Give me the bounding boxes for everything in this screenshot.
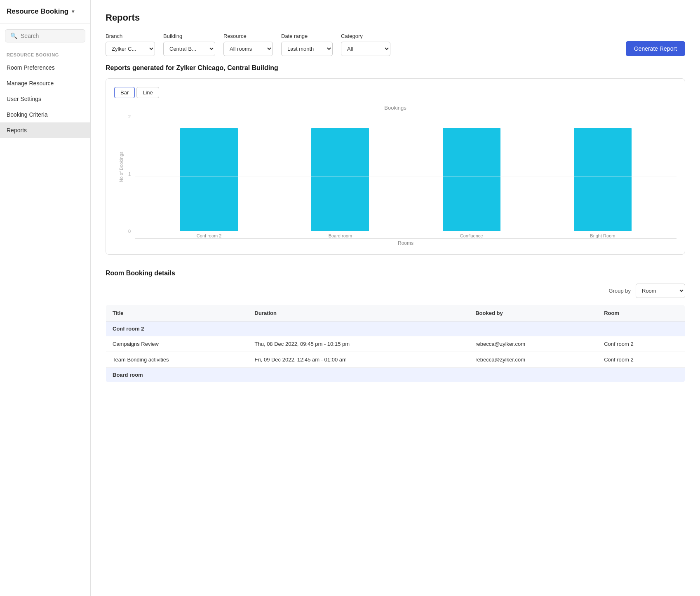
row-title: Campaigns Review	[106, 336, 248, 352]
col-title: Title	[106, 305, 248, 321]
group-row-booked-by	[469, 321, 597, 336]
booking-details-title: Room Booking details	[106, 270, 685, 277]
y-axis-label: No of Bookings	[119, 152, 124, 183]
bar-group-board-room: Board room	[311, 128, 369, 238]
resource-select[interactable]: All rooms	[223, 42, 273, 56]
group-row-room	[597, 321, 685, 336]
sidebar: Resource Booking ▾ 🔍 RESOURCE BOOKING Ro…	[0, 0, 91, 596]
chart-section-title: Reports generated for Zylker Chicago, Ce…	[106, 64, 685, 72]
date-range-label: Date range	[281, 33, 333, 39]
bar-bright-room	[574, 128, 632, 231]
row-duration: Thu, 08 Dec 2022, 09:45 pm - 10:15 pm	[248, 336, 469, 352]
search-container[interactable]: 🔍	[5, 29, 85, 42]
branch-select[interactable]: Zylker C...	[106, 42, 155, 56]
bar-confluence	[443, 128, 500, 231]
branch-filter: Branch Zylker C...	[106, 33, 155, 56]
bar-label-confluence: Confluence	[460, 233, 483, 238]
group-row-duration	[248, 321, 469, 336]
table-header-row: Title Duration Booked by Room	[106, 305, 685, 321]
chart-bars-area: Conf room 2 Board room Confluence Bright…	[135, 114, 677, 239]
chart-card: Bar Line Bookings No of Bookings 2 1 0	[106, 78, 685, 255]
building-label: Building	[163, 33, 215, 39]
sidebar-item-room-preferences[interactable]: Room Preferences	[0, 60, 90, 75]
bar-label-bright-room: Bright Room	[590, 233, 615, 238]
booking-table: Title Duration Booked by Room Conf room …	[106, 305, 685, 382]
sidebar-item-label: Manage Resource	[7, 80, 54, 87]
sidebar-item-label: Room Preferences	[7, 64, 55, 71]
search-icon: 🔍	[10, 33, 17, 39]
sidebar-item-manage-resource[interactable]: Manage Resource	[0, 75, 90, 91]
bar-label-conf-room-2: Conf room 2	[197, 233, 222, 238]
gridline-2	[135, 114, 677, 114]
building-filter: Building Central B...	[163, 33, 215, 56]
group-row-room	[597, 368, 685, 382]
y-tick-2: 2	[128, 114, 131, 119]
filters-row: Branch Zylker C... Building Central B...…	[106, 33, 685, 56]
gridline-1	[135, 176, 677, 176]
group-by-select[interactable]: Room	[636, 284, 685, 298]
row-duration: Fri, 09 Dec 2022, 12:45 am - 01:00 am	[248, 352, 469, 368]
building-select[interactable]: Central B...	[163, 42, 215, 56]
app-logo[interactable]: Resource Booking ▾	[0, 0, 90, 23]
y-tick-0: 0	[128, 229, 131, 234]
date-range-filter: Date range Last month	[281, 33, 333, 56]
bar-board-room	[311, 128, 369, 231]
group-by-row: Group by Room	[106, 284, 685, 298]
page-title: Reports	[106, 12, 685, 23]
search-input[interactable]	[21, 33, 80, 39]
group-row-label: Conf room 2	[106, 321, 248, 336]
branch-label: Branch	[106, 33, 155, 39]
x-axis-label: Rooms	[135, 240, 677, 246]
row-booked-by: rebecca@zylker.com	[469, 336, 597, 352]
category-select[interactable]: All	[341, 42, 390, 56]
app-title: Resource Booking	[7, 7, 68, 16]
group-row-booked-by	[469, 368, 597, 382]
table-row: Team Bonding activities Fri, 09 Dec 2022…	[106, 352, 685, 368]
sidebar-item-user-settings[interactable]: User Settings	[0, 91, 90, 107]
sidebar-item-label: User Settings	[7, 96, 41, 102]
table-group-row: Board room	[106, 368, 685, 382]
generate-report-button[interactable]: Generate Report	[626, 41, 685, 56]
tab-bar[interactable]: Bar	[114, 87, 135, 98]
room-booking-section: Room Booking details Group by Room Title…	[106, 270, 685, 382]
bar-conf-room-2	[180, 128, 238, 231]
group-row-duration	[248, 368, 469, 382]
y-tick-1: 1	[128, 171, 131, 176]
row-room: Conf room 2	[597, 352, 685, 368]
group-row-label: Board room	[106, 368, 248, 382]
col-duration: Duration	[248, 305, 469, 321]
category-label: Category	[341, 33, 390, 39]
sidebar-item-label: Booking Criteria	[7, 111, 48, 118]
bar-group-conf-room-2: Conf room 2	[180, 128, 238, 238]
bar-group-confluence: Confluence	[443, 128, 500, 238]
col-room: Room	[597, 305, 685, 321]
resource-filter: Resource All rooms	[223, 33, 273, 56]
main-content: Reports Branch Zylker C... Building Cent…	[91, 0, 700, 596]
sidebar-section-label: RESOURCE BOOKING	[0, 48, 90, 60]
sidebar-item-label: Reports	[7, 127, 27, 134]
table-group-row: Conf room 2	[106, 321, 685, 336]
chart-inner: No of Bookings 2 1 0 Conf room 2	[114, 114, 677, 246]
chart-tabs: Bar Line	[114, 87, 677, 98]
tab-line[interactable]: Line	[136, 87, 159, 98]
chart-title-label: Bookings	[114, 105, 677, 111]
bar-label-board-room: Board room	[329, 233, 352, 238]
chart-content: Conf room 2 Board room Confluence Bright…	[135, 114, 677, 246]
row-booked-by: rebecca@zylker.com	[469, 352, 597, 368]
sidebar-item-booking-criteria[interactable]: Booking Criteria	[0, 107, 90, 122]
logo-chevron-icon: ▾	[72, 9, 74, 14]
row-room: Conf room 2	[597, 336, 685, 352]
sidebar-item-reports[interactable]: Reports	[0, 122, 90, 138]
row-title: Team Bonding activities	[106, 352, 248, 368]
group-by-label: Group by	[609, 288, 631, 294]
resource-label: Resource	[223, 33, 273, 39]
bar-group-bright-room: Bright Room	[574, 128, 632, 238]
col-booked-by: Booked by	[469, 305, 597, 321]
date-range-select[interactable]: Last month	[281, 42, 333, 56]
category-filter: Category All	[341, 33, 390, 56]
table-row: Campaigns Review Thu, 08 Dec 2022, 09:45…	[106, 336, 685, 352]
